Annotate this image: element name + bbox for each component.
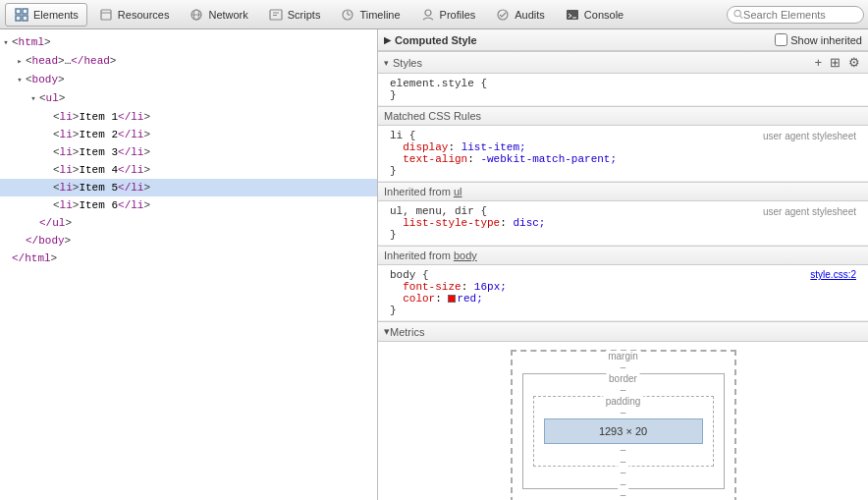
css-value-text-align: -webkit-match-parent; [480,153,617,165]
element-style-block: element.style { } [378,74,868,106]
styles-section-header: ▾ Styles + ⊞ ⚙ [378,51,868,74]
add-style-button[interactable]: + [812,55,824,70]
css-prop-list-style: list-style-type [403,217,500,229]
console-icon [565,7,580,23]
tab-console-label: Console [584,9,624,21]
scripts-icon [268,7,284,23]
dom-line[interactable]: <li>Item 4</li> [0,161,377,179]
css-value-list-style: disc; [513,217,545,229]
styles-panel: ▾ Styles + ⊞ ⚙ element.style { } Matched… [378,51,868,500]
dom-triangle[interactable] [14,73,26,88]
show-inherited-label[interactable]: Show inherited [775,33,862,46]
toolbar: Elements Resources Network Scripts Timel… [0,0,868,29]
dom-triangle[interactable] [27,91,39,107]
tab-audits[interactable]: Audits [486,3,554,27]
css-selector-ul: ul, menu, dir { [390,205,487,217]
tab-timeline-label: Timeline [359,9,400,21]
dom-line[interactable]: <li>Item 1</li> [0,108,377,126]
css-prop-font-size: font-size [403,281,461,293]
box-model-border: border – – padding – – 1293 × 20 [522,373,725,489]
search-box[interactable] [727,6,864,24]
css-selector-body: body { [390,269,429,281]
inherited-from-body-tag: body [454,250,477,261]
dom-panel: <html><head>…</head><body><ul><li>Item 1… [0,29,378,500]
main-area: <html><head>…</head><body><ul><li>Item 1… [0,29,868,500]
dom-line[interactable]: </ul> [0,214,377,232]
element-style-close: } [390,89,397,101]
timeline-icon [340,7,355,23]
svg-point-19 [734,10,740,16]
tab-elements[interactable]: Elements [5,3,87,27]
styles-section-title: Styles [393,57,422,69]
dom-line[interactable]: <html> [0,33,377,52]
dom-line[interactable]: <ul> [0,89,377,108]
inherited-from-ul: Inherited from ul [378,182,868,201]
border-bottom-dash2: – [533,467,714,478]
dom-line[interactable]: <li>Item 6</li> [0,196,377,214]
inherited-from-ul-tag: ul [454,186,462,197]
search-icon [733,9,743,20]
padding-top-dash: – [544,407,703,418]
tab-timeline[interactable]: Timeline [331,3,408,27]
box-model-content: 1293 × 20 [544,418,703,444]
show-inherited-checkbox[interactable] [775,33,787,46]
tab-resources[interactable]: Resources [89,3,179,27]
matched-css-header: Matched CSS Rules [378,106,868,126]
padding-label: padding [603,396,644,407]
dom-line[interactable]: </html> [0,250,377,267]
dom-line[interactable]: <li>Item 3</li> [0,143,377,161]
css-value-color: red; [457,293,482,305]
tab-profiles[interactable]: Profiles [411,3,485,27]
dom-line[interactable]: <head>…</head> [0,52,377,71]
tab-resources-label: Resources [118,9,170,21]
inherited-from-body-label: Inherited from [384,250,451,261]
computed-style-triangle[interactable]: ▶ [384,35,391,45]
style-link[interactable]: style.css:2 [810,269,856,280]
svg-point-15 [425,10,431,16]
dom-triangle[interactable] [14,54,26,70]
color-swatch [448,295,456,303]
metrics-header: ▾ Metrics [378,322,868,342]
tab-network-label: Network [208,9,247,21]
dom-line[interactable]: <body> [0,71,377,89]
dom-line[interactable]: <li>Item 5</li> [0,179,377,196]
metrics-section: ▾ Metrics margin – – border – – [378,321,868,500]
svg-line-20 [740,16,742,18]
resources-icon [98,7,114,23]
svg-rect-0 [16,9,21,14]
margin-top-dash: – [522,361,725,373]
tab-console[interactable]: Console [556,3,632,27]
border-label: border [606,373,640,384]
css-prop-display: display [403,141,448,153]
matched-css-title: Matched CSS Rules [384,110,481,122]
border-bottom-dash: – [618,478,629,489]
box-model-padding: padding – – 1293 × 20 – [533,396,714,467]
element-style-selector: element.style { [390,78,487,89]
dom-line[interactable]: <li>Item 2</li> [0,126,377,143]
tab-scripts[interactable]: Scripts [259,3,330,27]
styles-toolbar: + ⊞ ⚙ [812,55,862,70]
padding-bottom-dash2: – [544,444,703,456]
metrics-content: margin – – border – – padding – – [378,342,868,500]
svg-rect-3 [23,16,27,21]
css-prop-text-align: text-align [403,153,467,165]
dom-line[interactable]: </body> [0,232,377,250]
gear-style-button[interactable]: ⚙ [846,55,862,70]
svg-point-16 [498,10,508,20]
css-brace-1: } [390,165,397,177]
svg-rect-4 [101,10,111,20]
svg-rect-1 [23,9,27,14]
tab-profiles-label: Profiles [440,9,476,21]
dom-triangle[interactable] [0,35,12,51]
tab-network[interactable]: Network [180,3,256,27]
tab-elements-label: Elements [33,9,79,21]
computed-style-header: ▶ Computed Style Show inherited [378,29,868,51]
css-brace-3: } [390,305,397,316]
css-rule-body: style.css:2 body { font-size: 16px; colo… [378,265,868,321]
search-input[interactable] [743,9,857,21]
grid-style-button[interactable]: ⊞ [828,55,842,70]
profiles-icon [420,7,436,23]
tab-audits-label: Audits [515,9,545,21]
inherited-from-ul-label: Inherited from [384,186,451,197]
styles-section-triangle[interactable]: ▾ [384,58,389,68]
